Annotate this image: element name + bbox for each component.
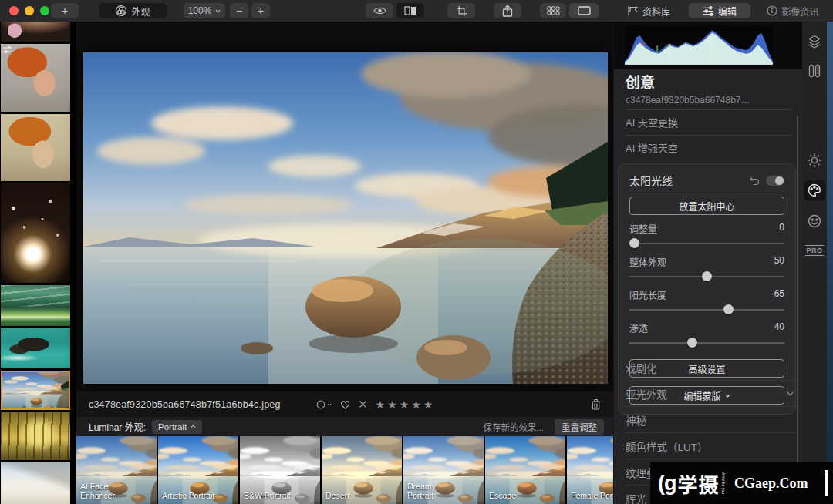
chevron-up-icon — [191, 425, 196, 428]
sunrays-title: 太阳光线 — [629, 173, 673, 188]
looks-icon — [115, 5, 127, 17]
favorite-heart-button[interactable] — [340, 400, 350, 409]
tab-image-info-label: 影像资讯 — [781, 5, 818, 18]
window-zoom-button[interactable] — [40, 6, 49, 15]
filmstrip-thumbnail-coast[interactable] — [1, 328, 70, 368]
trash-button[interactable] — [591, 398, 601, 410]
tab-edit-label: 编辑 — [718, 5, 737, 18]
luminar-window: + 外观 100% − + — [0, 0, 833, 504]
slider-调整量: 调整量0 — [629, 222, 784, 248]
tool-ai-augmented-sky[interactable]: AI 增强天空 — [626, 135, 791, 160]
tool-rail: PRO — [802, 22, 827, 504]
watermark-bar — [825, 470, 828, 496]
slider-thumb[interactable] — [687, 338, 697, 348]
pro-tools-icon[interactable]: PRO — [804, 240, 825, 261]
slider-track[interactable] — [629, 338, 784, 348]
zoom-out-button[interactable]: − — [230, 3, 248, 18]
color-label-picker[interactable] — [316, 400, 332, 409]
tool-section-戏剧化[interactable]: 戏剧化 — [626, 354, 797, 381]
reset-adjustments-button[interactable]: 重置调整 — [555, 419, 604, 435]
panel-scrollbar[interactable] — [797, 116, 798, 470]
eye-icon — [373, 6, 386, 15]
tool-section-label: 亚光外观 — [626, 386, 667, 402]
tab-edit[interactable]: 编辑 — [689, 3, 750, 18]
undo-icon[interactable] — [750, 176, 760, 185]
filmstrip-thumbnail-lake[interactable] — [1, 371, 70, 410]
desktop-wallpaper-sliver — [827, 22, 833, 504]
filmstrip-thumbnail-dunes[interactable] — [1, 462, 70, 504]
slider-track[interactable] — [629, 271, 784, 281]
reject-button[interactable] — [359, 400, 367, 408]
filmstrip-thumbnail-forest[interactable] — [1, 412, 70, 460]
watermark-site: CGaep.Com — [734, 475, 808, 492]
preset-tile-artistic-portrait[interactable]: Artistic Portrait — [158, 436, 238, 504]
filmstrip-thumbnail-concert[interactable] — [1, 183, 70, 283]
zoom-level-dropdown[interactable]: 100% — [184, 3, 225, 18]
panel-title: 创意 — [626, 71, 655, 92]
tab-library[interactable]: 资料库 — [615, 3, 682, 18]
compare-split-icon — [404, 6, 416, 15]
crop-icon — [456, 5, 467, 17]
zoom-in-button[interactable]: + — [251, 3, 270, 18]
tool-ai-sky-replacement[interactable]: AI 天空更换 — [626, 109, 791, 135]
preset-tile-escape[interactable]: Escape — [485, 436, 565, 504]
essentials-sun-icon[interactable] — [804, 150, 825, 171]
tool-section-亚光外观[interactable]: 亚光外观 — [626, 381, 797, 407]
quick-preview-button[interactable] — [366, 3, 393, 18]
looks-preset-strip: AI Face EnhancerArtistic PortraitB&W Por… — [76, 436, 613, 504]
preset-label: Artistic Portrait — [162, 491, 218, 501]
compare-button[interactable] — [396, 3, 424, 18]
preset-label: Female Portrait — [571, 491, 613, 501]
canvas-tools-icon[interactable] — [804, 60, 825, 82]
creative-palette-icon[interactable] — [804, 180, 825, 201]
sunrays-enabled-toggle[interactable] — [766, 176, 784, 186]
panel-filename: c3478eaf9320b5ba66748b7… — [626, 95, 750, 106]
filmstrip-thumbnail-landscape-green[interactable] — [1, 285, 70, 326]
slider-阳光长度: 阳光长度65 — [629, 288, 784, 314]
slider-label: 渗透 — [629, 321, 648, 334]
filmstrip — [0, 22, 76, 504]
slider-thumb[interactable] — [702, 271, 712, 281]
preset-tile-female-portrait[interactable]: Female Portrait — [567, 436, 613, 504]
window-minimize-button[interactable] — [25, 6, 34, 15]
crop-button[interactable] — [447, 3, 475, 18]
layers-icon[interactable] — [804, 31, 825, 52]
filmstrip-thumbnail-portrait-beige[interactable] — [1, 114, 70, 181]
star-rating[interactable]: ★★★★★ — [376, 398, 436, 411]
slider-thumb[interactable] — [629, 238, 639, 248]
image-filename: c3478eaf9320b5ba66748b7f51a6bb4c.jpeg — [89, 399, 281, 410]
preset-tile-b-w-portrait[interactable]: B&W Portrait — [240, 436, 320, 504]
tool-section-label: 颜色样式（LUT） — [626, 438, 708, 454]
preset-label: Escape — [489, 491, 545, 501]
export-button[interactable] — [494, 3, 521, 18]
filmstrip-thumbnail-portrait-gray[interactable] — [1, 44, 70, 112]
tool-section-label: 戏剧化 — [626, 360, 657, 375]
slider-value: 65 — [774, 288, 784, 301]
single-image-view-button[interactable] — [569, 3, 599, 18]
add-image-button[interactable]: + — [51, 3, 79, 18]
histogram — [625, 25, 773, 65]
looks-category-dropdown[interactable]: Portrait — [152, 420, 202, 434]
portrait-face-icon[interactable] — [804, 210, 825, 232]
info-icon — [767, 5, 777, 16]
save-new-look-button[interactable]: 保存新的效果... — [483, 421, 544, 433]
filmstrip-thumbnail-portrait-partial[interactable] — [1, 22, 70, 42]
looks-toggle-button[interactable]: 外观 — [99, 3, 167, 18]
looks-bar-label: Luminar 外观: — [89, 420, 146, 433]
slider-track[interactable] — [629, 304, 784, 314]
tool-section-神秘[interactable]: 神秘 — [626, 407, 797, 433]
slider-thumb[interactable] — [723, 304, 734, 314]
preset-tile-dreamy-portrait[interactable]: Dreamy Portrait — [403, 436, 484, 504]
slider-track[interactable] — [629, 238, 784, 248]
toolbar: + 外观 100% − + — [0, 0, 833, 22]
gallery-grid-view-button[interactable] — [540, 3, 566, 18]
window-close-button[interactable] — [9, 6, 19, 15]
preset-tile-ai-face-enhancer[interactable]: AI Face Enhancer — [76, 436, 157, 504]
tab-image-info[interactable]: 影像资讯 — [756, 3, 830, 18]
tool-section-颜色样式（LUT）[interactable]: 颜色样式（LUT） — [626, 433, 797, 459]
preset-tile-desert[interactable]: Desert — [322, 436, 402, 504]
slider-value: 40 — [774, 321, 784, 334]
image-canvas — [76, 22, 613, 391]
slider-label: 整体外观 — [629, 255, 666, 268]
place-sun-center-button[interactable]: 放置太阳中心 — [629, 197, 784, 215]
